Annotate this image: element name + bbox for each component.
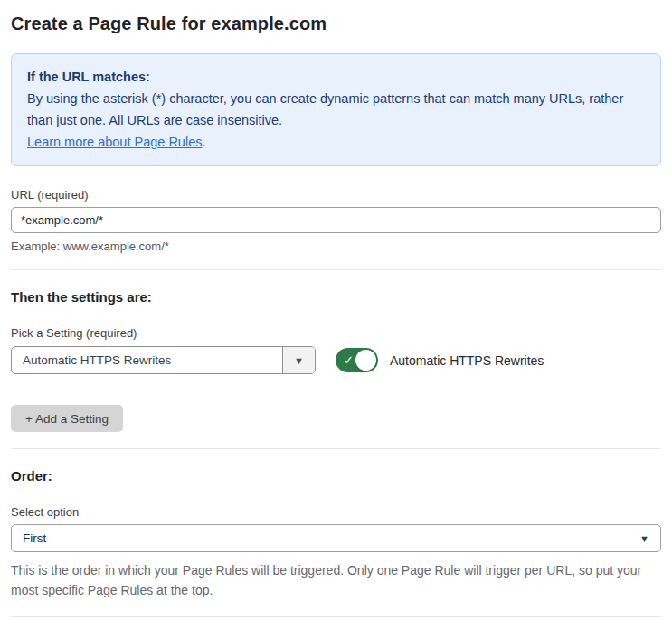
section-divider	[11, 448, 661, 449]
link-suffix: .	[202, 135, 205, 149]
setting-row: Automatic HTTPS Rewrites ▼ ✓ Automatic H…	[11, 346, 661, 374]
toggle-knob	[355, 350, 376, 371]
section-divider	[11, 616, 661, 617]
chevron-down-icon: ▼	[639, 533, 649, 544]
order-select-value: First	[23, 531, 46, 545]
setting-picker-value: Automatic HTTPS Rewrites	[12, 347, 282, 373]
info-heading: If the URL matches:	[27, 66, 645, 88]
page-title: Create a Page Rule for example.com	[11, 14, 661, 34]
setting-picker-label: Pick a Setting (required)	[11, 326, 661, 340]
https-rewrites-toggle[interactable]: ✓	[336, 348, 378, 372]
setting-picker[interactable]: Automatic HTTPS Rewrites ▼	[11, 346, 316, 374]
url-input[interactable]	[11, 207, 661, 233]
url-helper: Example: www.example.com/*	[11, 240, 661, 253]
info-link-line: Learn more about Page Rules.	[27, 131, 645, 153]
settings-heading: Then the settings are:	[11, 289, 661, 305]
chevron-down-icon: ▼	[294, 355, 304, 366]
learn-more-link[interactable]: Learn more about Page Rules	[27, 135, 202, 149]
setting-picker-caret-button[interactable]: ▼	[282, 347, 315, 373]
order-heading: Order:	[11, 468, 661, 484]
add-setting-button[interactable]: + Add a Setting	[11, 405, 123, 432]
section-divider	[11, 269, 661, 270]
toggle-label: Automatic HTTPS Rewrites	[390, 353, 544, 368]
order-helper: This is the order in which your Page Rul…	[11, 560, 661, 600]
info-body: By using the asterisk (*) character, you…	[27, 88, 645, 131]
order-select[interactable]: First ▼	[11, 524, 661, 552]
info-box: If the URL matches: By using the asteris…	[11, 53, 661, 166]
url-label: URL (required)	[11, 188, 661, 202]
check-icon: ✓	[344, 353, 354, 367]
order-select-label: Select option	[11, 505, 661, 519]
